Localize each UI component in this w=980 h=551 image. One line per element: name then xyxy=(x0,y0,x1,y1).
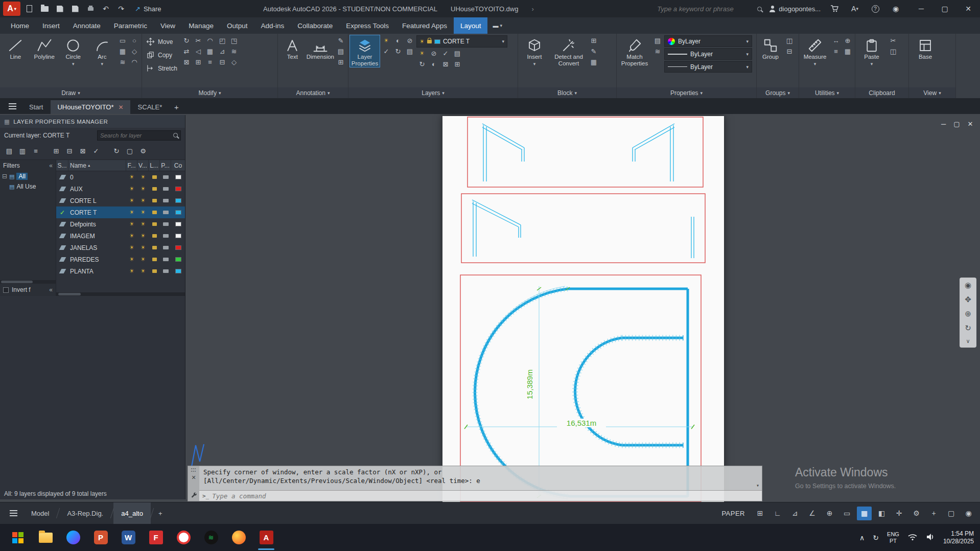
layer-on-toggle[interactable]: ☀ xyxy=(126,257,137,262)
copy-tool-button[interactable]: Copy xyxy=(144,49,180,61)
quick-calc-icon[interactable]: ≡ xyxy=(830,46,842,56)
layer-lock-toggle[interactable] xyxy=(149,199,160,202)
paste-button[interactable]: Paste ▾ xyxy=(857,35,886,67)
tab-collaborate[interactable]: Collaborate xyxy=(291,17,339,34)
blend-tool-icon[interactable]: ≋ xyxy=(228,46,240,56)
tab-manage[interactable]: Manage xyxy=(182,17,220,34)
tab-layout[interactable]: Layout xyxy=(454,17,488,34)
ortho-mode-icon[interactable]: ⊿ xyxy=(787,507,802,520)
plot-button[interactable] xyxy=(84,3,97,15)
layer-plot-toggle[interactable] xyxy=(160,269,171,273)
column-plot[interactable]: P... xyxy=(160,160,171,171)
wifi-button[interactable] xyxy=(907,533,918,542)
layer-search-input[interactable] xyxy=(100,132,171,139)
spline-tool-icon[interactable]: ≋ xyxy=(117,57,128,67)
share-button[interactable]: ↗ Share xyxy=(135,5,161,13)
layer-row[interactable]: JANELAS ☀ ☀ xyxy=(56,242,185,254)
tab-output[interactable]: Output xyxy=(220,17,254,34)
layer-row[interactable]: PAREDES ☀ ☀ xyxy=(56,254,185,265)
tab-annotate[interactable]: Annotate xyxy=(66,17,107,34)
column-name[interactable]: Name ▴ xyxy=(68,160,126,171)
drawing-minimize-button[interactable]: ─ xyxy=(941,120,946,128)
layer-on-toggle[interactable]: ☀ xyxy=(126,174,137,180)
tab-uhousetoyoito[interactable]: UHouseTOYOITO* ✕ xyxy=(51,100,130,114)
layer-row[interactable]: 0 ☀ ☀ xyxy=(56,171,185,183)
command-input-row[interactable]: >_ xyxy=(199,490,762,501)
messenger-app-button[interactable] xyxy=(59,524,87,551)
toggle-override-icon[interactable]: ▢ xyxy=(124,145,136,157)
layer-freeze-toggle[interactable]: ☀ xyxy=(137,186,149,192)
drag-grip-icon[interactable]: •••••• xyxy=(191,467,196,472)
tab-scale[interactable]: SCALE* xyxy=(131,100,169,114)
erase-tool-icon[interactable]: ⊠ xyxy=(181,57,192,67)
tab-a3-rep-dig[interactable]: A3-Rep.Dig. xyxy=(59,502,111,524)
layer-delete-icon[interactable]: ⊠ xyxy=(440,59,451,69)
polyline-tool-button[interactable]: Polyline xyxy=(31,35,59,60)
start-button[interactable] xyxy=(4,524,32,551)
column-freeze[interactable]: F... xyxy=(126,160,137,171)
layer-row[interactable]: PLANTA ☀ ☀ xyxy=(56,265,185,277)
break-tool-icon[interactable]: ◰ xyxy=(217,35,228,45)
polar-tracking-icon[interactable]: ∠ xyxy=(805,507,820,520)
layer-thaw-icon[interactable]: ⊘ xyxy=(428,48,439,58)
open-file-button[interactable] xyxy=(38,3,51,15)
scrollbar-thumb[interactable] xyxy=(58,293,81,295)
set-current-layer-icon[interactable]: ✓ xyxy=(90,145,102,157)
id-point-icon[interactable]: ⊕ xyxy=(842,35,853,45)
edit-poly-tool-icon[interactable]: ◇ xyxy=(228,57,240,67)
hatch-tool-icon[interactable]: ▦ xyxy=(117,46,128,56)
paper-space-label[interactable]: PAPER xyxy=(721,510,745,517)
object-snap-icon[interactable]: ⊕ xyxy=(822,507,837,520)
layer-color-cell[interactable] xyxy=(171,175,185,179)
close-button[interactable]: ✕ xyxy=(956,0,980,17)
filters-scrollbar[interactable] xyxy=(0,280,56,284)
scrollbar-thumb[interactable] xyxy=(1,281,33,283)
spotify-app-button[interactable]: ≋ xyxy=(197,524,225,551)
detect-convert-button[interactable]: Detect and Convert xyxy=(550,35,587,67)
refresh-icon[interactable]: ↻ xyxy=(110,145,123,157)
layer-plot-toggle[interactable] xyxy=(160,258,171,261)
layer-freeze-toggle[interactable]: ☀ xyxy=(137,233,149,239)
file-explorer-button[interactable] xyxy=(32,524,59,551)
workspace-switching-icon[interactable]: ⚙ xyxy=(909,507,924,520)
ungroup-icon[interactable]: ◫ xyxy=(784,35,795,45)
command-input[interactable] xyxy=(212,492,759,500)
layer-lock-toggle[interactable] xyxy=(149,246,160,249)
panel-block-expander[interactable]: Block▾ xyxy=(518,87,616,98)
layer-list-scrollbar[interactable] xyxy=(56,292,185,296)
tab-express-tools[interactable]: Express Tools xyxy=(339,17,395,34)
array-tool-icon[interactable]: ▦ xyxy=(204,46,216,56)
measure-button[interactable]: Measure ▾ xyxy=(801,35,829,67)
customization-icon[interactable]: ◉ xyxy=(961,507,976,520)
layer-on-toggle[interactable]: ☀ xyxy=(126,233,137,239)
paper-layout-drawing[interactable]: 15,389m 16,531m xyxy=(442,116,724,502)
tab-model[interactable]: Model xyxy=(24,502,57,524)
layer-color-cell[interactable] xyxy=(171,210,185,215)
new-layout-button[interactable]: + xyxy=(153,502,168,524)
layer-freeze-toggle[interactable]: ☀ xyxy=(137,257,149,262)
navbar-more-icon[interactable]: ∨ xyxy=(966,338,970,345)
scale-tool-icon[interactable]: ◁ xyxy=(193,46,204,56)
ellipse-tool-icon[interactable]: ○ xyxy=(129,35,140,45)
layer-freeze-toggle[interactable]: ☀ xyxy=(137,245,149,250)
block-attributes-icon[interactable]: ▦ xyxy=(588,57,599,67)
layer-color-cell[interactable] xyxy=(171,222,185,226)
collapse-icon[interactable]: « xyxy=(49,286,53,293)
save-button[interactable] xyxy=(53,3,66,15)
panel-groups-expander[interactable]: Groups▾ xyxy=(757,87,799,98)
tab-view[interactable]: View xyxy=(154,17,182,34)
transparency-toggle-icon[interactable]: ◧ xyxy=(874,507,889,520)
layer-plot-toggle[interactable] xyxy=(160,246,171,249)
close-tab-icon[interactable]: ✕ xyxy=(119,104,124,111)
lineweight-dropdown[interactable]: ByLayer ▾ xyxy=(664,48,752,60)
drawing-close-button[interactable]: ✕ xyxy=(968,120,973,128)
make-current-icon[interactable]: ✓ xyxy=(381,46,392,56)
column-status[interactable]: S... xyxy=(56,160,68,171)
layer-lock-toggle[interactable] xyxy=(149,175,160,179)
layer-color-cell[interactable] xyxy=(171,198,185,203)
panel-view-expander[interactable]: View▾ xyxy=(909,87,955,98)
layer-freeze-toggle[interactable]: ☀ xyxy=(137,210,149,215)
taskbar-clock[interactable]: 1:54 PM 10/28/2025 xyxy=(943,530,974,545)
help-search-box[interactable] xyxy=(657,3,762,14)
panel-annotation-expander[interactable]: Annotation▾ xyxy=(278,87,348,98)
